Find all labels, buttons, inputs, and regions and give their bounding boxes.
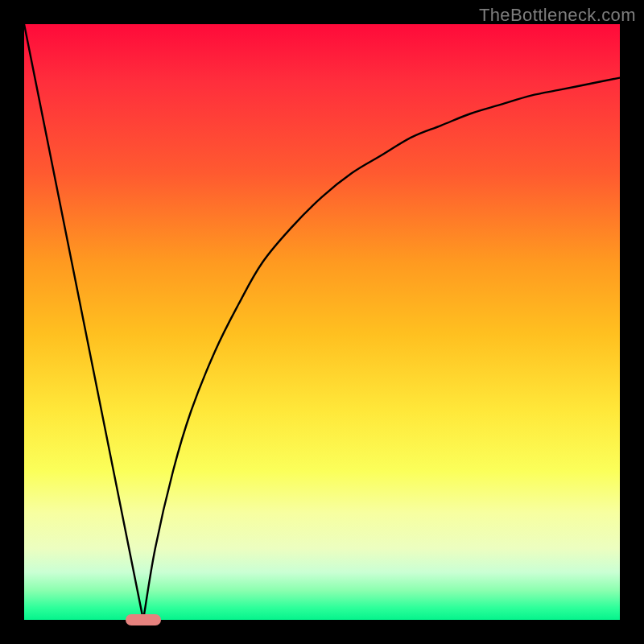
curve-svg bbox=[24, 24, 620, 620]
curve-left-branch bbox=[24, 24, 143, 620]
bottleneck-marker bbox=[126, 614, 161, 625]
plot-area bbox=[24, 24, 620, 620]
watermark-text: TheBottleneck.com bbox=[479, 5, 636, 26]
curve-right-branch bbox=[143, 78, 620, 620]
chart-frame: TheBottleneck.com bbox=[0, 0, 644, 644]
